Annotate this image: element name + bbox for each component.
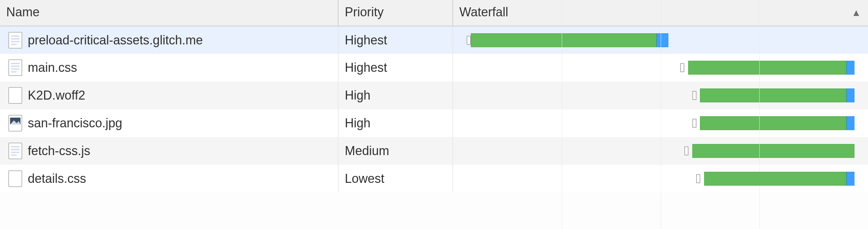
svg-rect-19: [9, 171, 22, 187]
priority-value: Highest: [345, 33, 387, 47]
priority-value: Lowest: [345, 171, 384, 186]
priority-value: Highest: [345, 60, 387, 75]
cell-priority: Medium: [338, 137, 453, 165]
cell-priority: Highest: [338, 54, 453, 82]
file-type-icon: [8, 59, 22, 76]
waterfall-track: [463, 57, 858, 78]
table-row[interactable]: main.cssHighest: [0, 54, 868, 82]
cell-priority: High: [338, 82, 453, 109]
cell-name: K2D.woff2: [0, 82, 338, 109]
file-name: fetch-css.js: [28, 144, 90, 158]
waterfall-queue-marker: [692, 119, 696, 128]
cell-name: san-francisco.jpg: [0, 109, 338, 137]
waterfall-queue-marker: [467, 36, 471, 45]
cell-waterfall: [453, 26, 868, 54]
waterfall-bar: [700, 88, 846, 102]
file-name: K2D.woff2: [28, 88, 85, 103]
table-row[interactable]: fetch-css.jsMedium: [0, 137, 868, 165]
waterfall-download-bar: [846, 172, 854, 186]
file-type-icon: [8, 143, 22, 159]
waterfall-track: [463, 168, 858, 189]
file-type-icon: [8, 115, 22, 132]
cell-waterfall: [453, 54, 868, 82]
waterfall-download-bar: [846, 61, 854, 75]
waterfall-bar: [704, 172, 846, 186]
column-header-label: Name: [6, 5, 40, 19]
cell-priority: High: [338, 109, 453, 137]
file-type-icon: [8, 170, 22, 187]
table-row[interactable]: san-francisco.jpgHigh: [0, 109, 868, 137]
table-header-row: Name Priority Waterfall ▲: [0, 0, 868, 26]
cell-name: preload-critical-assets.glitch.me: [0, 26, 338, 54]
table-row[interactable]: K2D.woff2High: [0, 82, 868, 109]
svg-rect-10: [9, 87, 22, 103]
waterfall-download-bar: [846, 116, 854, 130]
svg-rect-14: [9, 143, 22, 159]
waterfall-queue-marker: [680, 63, 684, 72]
column-header-label: Waterfall: [459, 5, 508, 19]
column-header-label: Priority: [345, 5, 384, 19]
waterfall-track: [463, 30, 858, 51]
column-header-priority[interactable]: Priority: [338, 0, 453, 26]
file-name: preload-critical-assets.glitch.me: [28, 33, 203, 48]
table-body: preload-critical-assets.glitch.meHighest…: [0, 26, 868, 193]
cell-priority: Lowest: [338, 165, 453, 193]
priority-value: High: [345, 88, 370, 102]
cell-waterfall: [453, 109, 868, 137]
file-name: details.css: [28, 171, 86, 186]
waterfall-download-bar: [846, 88, 854, 102]
column-header-name[interactable]: Name: [0, 0, 338, 26]
waterfall-download-bar: [657, 33, 668, 47]
svg-rect-5: [9, 60, 22, 76]
cell-name: main.css: [0, 54, 338, 82]
waterfall-track: [463, 141, 858, 161]
waterfall-queue-marker: [692, 91, 696, 100]
waterfall-bar: [692, 144, 854, 158]
table-row[interactable]: preload-critical-assets.glitch.meHighest: [0, 26, 868, 54]
table-row[interactable]: details.cssLowest: [0, 165, 868, 193]
cell-name: details.css: [0, 165, 338, 193]
waterfall-track: [463, 85, 858, 106]
file-name: san-francisco.jpg: [28, 116, 122, 130]
waterfall-bar: [688, 61, 846, 75]
file-type-icon: [8, 32, 22, 49]
waterfall-queue-marker: [696, 174, 700, 183]
waterfall-track: [463, 113, 858, 134]
cell-waterfall: [453, 165, 868, 193]
cell-waterfall: [453, 82, 868, 109]
cell-priority: Highest: [338, 26, 453, 54]
waterfall-bar: [700, 116, 846, 130]
cell-waterfall: [453, 137, 868, 165]
waterfall-bar: [471, 33, 657, 47]
waterfall-queue-marker: [684, 146, 688, 155]
network-table: Name Priority Waterfall ▲ preload-critic…: [0, 0, 868, 193]
column-header-waterfall[interactable]: Waterfall ▲: [453, 0, 868, 26]
cell-name: fetch-css.js: [0, 137, 338, 165]
file-type-icon: [8, 87, 22, 104]
svg-rect-0: [9, 32, 22, 48]
sort-ascending-icon: ▲: [851, 7, 861, 18]
priority-value: Medium: [345, 144, 389, 158]
file-name: main.css: [28, 60, 77, 75]
priority-value: High: [345, 116, 370, 130]
